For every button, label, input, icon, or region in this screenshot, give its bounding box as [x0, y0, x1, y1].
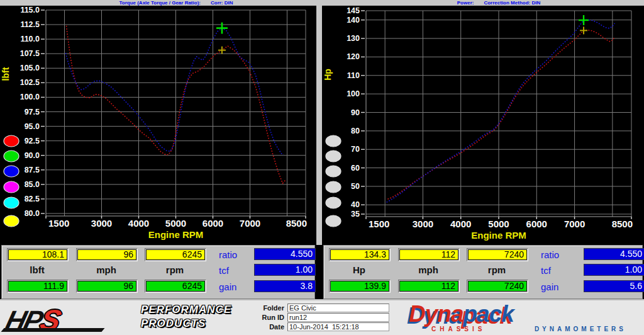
ratio-label: ratio: [219, 249, 237, 260]
run-button-5[interactable]: [326, 197, 341, 208]
x-tick-label: 7000: [564, 219, 585, 229]
blue-curve-button[interactable]: [4, 166, 19, 177]
power-readout-panel: 134.3 112 7240 Hp mph rpm 139.9 112 7240…: [323, 245, 643, 299]
ratio-value: 4.550: [254, 248, 316, 260]
run-button-6[interactable]: [326, 215, 341, 227]
yellow-curve-button[interactable]: [4, 215, 19, 227]
y-tick-label: 82.5: [25, 195, 40, 203]
y-tick-label: 80.0: [25, 209, 40, 218]
y-axis-title: Hp: [323, 69, 333, 81]
date-field[interactable]: 10-Jun-2014 15:21:18: [287, 322, 389, 331]
power-yellow-rpm-box: 7240: [467, 248, 528, 261]
torque-unit-label: lbft: [7, 264, 67, 275]
x-tick-label: 1500: [48, 218, 69, 229]
run-id-field[interactable]: run12: [287, 313, 389, 322]
torque-title-text: Torque (Axle Torque / Gear Ratio):: [119, 0, 201, 6]
run-button-3[interactable]: [326, 166, 341, 177]
ratio-value: 4.550: [584, 248, 644, 260]
date-label: Date: [252, 323, 284, 331]
x-axis-title: Engine RPM: [148, 229, 204, 240]
power-chart: 1451401301201101009080706050403515003000…: [322, 6, 644, 245]
y-tick-label: 90.0: [25, 151, 40, 160]
gain-label: gain: [219, 281, 236, 292]
y-tick-label: 112.5: [20, 20, 40, 29]
power-yellow-speed: 112: [399, 249, 458, 260]
x-tick-label: 1500: [369, 219, 389, 229]
folder-field[interactable]: EG Civic: [287, 304, 389, 312]
power-unit-label: Hp: [329, 264, 389, 275]
run-button-4[interactable]: [326, 181, 341, 193]
x-tick-label: 4000: [450, 219, 471, 229]
power-green-speed: 112: [399, 281, 458, 292]
x-tick-label: 8500: [286, 218, 307, 229]
x-tick-label: 3000: [413, 219, 433, 229]
y-tick-label: 35: [351, 210, 360, 219]
power-yellow-value: 134.3: [330, 249, 389, 260]
y-tick-label: 40: [351, 200, 360, 209]
x-tick-label: 5000: [165, 218, 186, 229]
hps-performance-products-text: PERFORMANCE PRODUCTS: [141, 303, 231, 331]
tcf-value: 1.00: [584, 264, 644, 276]
y-axis-title: lbft: [1, 67, 11, 81]
torque-yellow-cursor-value-box: 108.1: [7, 248, 69, 261]
gain-value: 3.8: [254, 280, 316, 292]
y-tick-label: 107.5: [20, 49, 40, 58]
dynapack-dynamometers-text: DYNAMOMETERS: [535, 326, 626, 332]
gain-value: 5.6: [584, 280, 644, 292]
y-tick-label: 120: [347, 52, 360, 61]
magenta-curve-button[interactable]: [4, 181, 19, 193]
hps-performance-text: PERFORMANCE: [141, 303, 231, 317]
y-tick-label: 110.0: [20, 35, 40, 43]
hps-products-text: PRODUCTS: [141, 317, 231, 331]
power-green-cursor-value-box: 139.9: [329, 280, 391, 293]
dynapack-tagline: CHASSIS DYNAMOMETERS: [431, 326, 626, 332]
torque-green-rpm: 6245: [146, 281, 205, 292]
green-curve-button[interactable]: [4, 150, 19, 162]
dynapack-dyna-text: Dyna: [409, 301, 463, 327]
y-tick-label: 130: [347, 34, 360, 43]
tcf-label: tcf: [219, 265, 229, 276]
folder-label: Folder: [252, 304, 284, 312]
power-yellow-cursor-value-box: 134.3: [329, 248, 391, 261]
dynapack-logo: Dynapack CHASSIS DYNAMOMETERS: [409, 302, 629, 326]
power-yellow-rpm: 7240: [468, 249, 527, 260]
y-tick-label: 90: [351, 108, 360, 117]
x-tick-label: 7000: [240, 218, 260, 229]
run-button-1[interactable]: [326, 135, 341, 147]
panel-divider: [316, 0, 322, 245]
torque-green-speed: 96: [77, 281, 136, 292]
torque-yellow-speed: 96: [77, 249, 136, 260]
ratio-label: ratio: [541, 249, 559, 260]
x-tick-label: 8500: [612, 219, 633, 229]
y-tick-label: 145: [347, 6, 360, 15]
x-tick-label: 6000: [526, 219, 547, 229]
y-tick-label: 100: [347, 89, 360, 98]
cyan-curve-button[interactable]: [4, 197, 19, 208]
tcf-label: tcf: [541, 265, 551, 276]
power-title-text: Power:: [457, 0, 474, 6]
power-speed-unit-label: mph: [398, 264, 458, 275]
dynapack-wordmark: Dynapack: [409, 302, 629, 326]
run-button-2[interactable]: [326, 150, 341, 162]
power-plot-area[interactable]: [322, 6, 644, 245]
torque-chart: 115.0112.5110.0107.5105.0102.5100.097.59…: [0, 6, 316, 245]
dyno-app-window: Torque (Axle Torque / Gear Ratio): Corr:…: [0, 0, 644, 335]
dynapack-chassis-text: CHASSIS: [431, 326, 486, 332]
footer-bar: HPS PERFORMANCE PRODUCTS Folder EG Civic…: [0, 299, 644, 335]
power-green-value: 139.9: [330, 281, 389, 292]
run-id-label: Run ID: [252, 314, 284, 321]
y-tick-label: 60: [351, 164, 360, 173]
x-tick-label: 6000: [203, 218, 223, 229]
y-tick-label: 50: [351, 182, 360, 191]
dynapack-pack-text: pack: [463, 301, 513, 327]
x-tick-label: 5000: [488, 219, 509, 229]
torque-green-speed-box: 96: [76, 280, 138, 293]
torque-rpm-unit-label: rpm: [145, 264, 205, 275]
red-curve-button[interactable]: [4, 135, 19, 147]
hps-logo-underline: [1, 328, 104, 332]
torque-yellow-rpm: 6245: [146, 249, 205, 260]
y-tick-label: 85.0: [25, 180, 40, 189]
torque-yellow-rpm-box: 6245: [145, 248, 206, 261]
torque-green-rpm-box: 6245: [145, 280, 206, 293]
torque-green-cursor-value-box: 111.9: [7, 280, 69, 293]
